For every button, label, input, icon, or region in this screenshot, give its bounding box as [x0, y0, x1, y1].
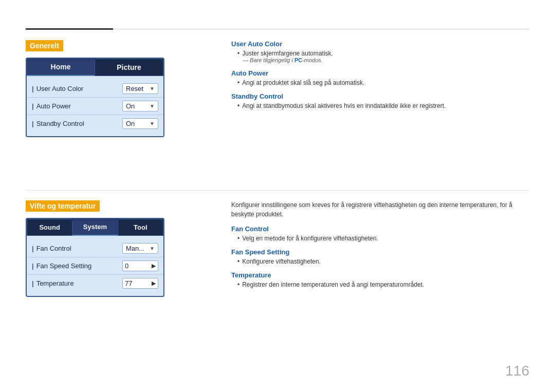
- auto-power-label: Auto Power: [32, 102, 122, 110]
- tab-tool[interactable]: Tool: [118, 219, 163, 236]
- desc-heading-fan-control: Fan Control: [231, 225, 529, 233]
- standby-control-control[interactable]: On ▼: [122, 118, 158, 129]
- generelt-tabs: Home Picture: [27, 59, 163, 76]
- desc-heading-user-auto-color: User Auto Color: [231, 40, 529, 48]
- dropdown-arrow-icon: ▼: [150, 246, 155, 251]
- table-row: Fan Speed Setting 0 ▶: [27, 257, 163, 275]
- desc-text-temperature: Registrer den interne temperaturen ved å…: [237, 281, 529, 288]
- desc-text-auto-power: Angi at produktet skal slå seg på automa…: [237, 79, 529, 86]
- generelt-panel: Home Picture User Auto Color Reset ▼ Aut…: [26, 58, 164, 137]
- tab-home[interactable]: Home: [27, 59, 95, 76]
- desc-vifte-intro: Konfigurer innstillingene som kreves for…: [231, 200, 529, 219]
- dropdown-arrow-icon: ▼: [150, 86, 155, 91]
- section-title-vifte: Vifte og temperatur: [26, 200, 100, 212]
- desc-text-fan-control: Velg en metode for å konfigurere vifteha…: [237, 235, 529, 242]
- fan-speed-setting-label: Fan Speed Setting: [32, 262, 122, 270]
- auto-power-control[interactable]: On ▼: [122, 101, 158, 111]
- user-auto-color-label: User Auto Color: [32, 85, 122, 92]
- nav-arrow-right-icon[interactable]: ▶: [152, 263, 156, 269]
- page-number: 116: [505, 363, 529, 379]
- table-row: User Auto Color Reset ▼: [27, 80, 163, 98]
- desc-heading-auto-power: Auto Power: [231, 69, 529, 77]
- nav-arrow-right-icon[interactable]: ▶: [152, 280, 156, 287]
- desc-heading-standby-control: Standby Control: [231, 92, 529, 100]
- tab-system[interactable]: System: [72, 219, 117, 236]
- tab-picture[interactable]: Picture: [95, 59, 163, 76]
- table-row: Auto Power On ▼: [27, 98, 163, 115]
- user-auto-color-control[interactable]: Reset ▼: [122, 83, 158, 94]
- desc-generelt: User Auto Color Juster skjermfargene aut…: [231, 40, 529, 109]
- top-decorative-lines: [26, 28, 529, 30]
- desc-heading-temperature: Temperature: [231, 271, 529, 279]
- section-title-generelt: Generelt: [26, 40, 63, 51]
- table-row: Temperature 77 ▶: [27, 275, 163, 292]
- vifte-panel-body: Fan Control Man... ▼ Fan Speed Setting 0…: [27, 236, 163, 296]
- section-generelt: Generelt Home Picture User Auto Color Re…: [26, 40, 164, 137]
- dropdown-arrow-icon: ▼: [150, 103, 155, 109]
- table-row: Standby Control On ▼: [27, 115, 163, 132]
- desc-text-standby-control: Angi at standbymodus skal aktiveres hvis…: [237, 102, 529, 109]
- temperature-label: Temperature: [32, 279, 122, 287]
- fan-speed-setting-control[interactable]: 0 ▶: [122, 260, 158, 271]
- fan-control-label: Fan Control: [32, 245, 122, 252]
- section-vifte: Vifte og temperatur Sound System Tool Fa…: [26, 200, 164, 297]
- vifte-panel: Sound System Tool Fan Control Man... ▼ F…: [26, 218, 164, 297]
- dropdown-arrow-icon: ▼: [150, 121, 155, 126]
- section-divider: [26, 190, 529, 191]
- desc-text-fan-speed-setting: Konfigurere viftehastigheten.: [237, 258, 529, 265]
- vifte-tabs: Sound System Tool: [27, 219, 163, 236]
- pc-highlight: PC: [294, 57, 302, 63]
- temperature-control[interactable]: 77 ▶: [122, 278, 158, 289]
- generelt-panel-body: User Auto Color Reset ▼ Auto Power On ▼ …: [27, 76, 163, 136]
- desc-vifte: Konfigurer innstillingene som kreves for…: [231, 200, 529, 288]
- desc-heading-fan-speed-setting: Fan Speed Setting: [231, 248, 529, 256]
- desc-text-user-auto-color: Juster skjermfargene automatisk.: [237, 50, 529, 57]
- table-row: Fan Control Man... ▼: [27, 240, 163, 257]
- standby-control-label: Standby Control: [32, 120, 122, 127]
- tab-sound[interactable]: Sound: [27, 219, 72, 236]
- fan-control-control[interactable]: Man... ▼: [122, 243, 158, 254]
- top-line-dark: [26, 28, 113, 30]
- top-line-light: [113, 29, 529, 29]
- desc-sub-user-auto-color: — Bare tilgjengelig i PC-modus.: [243, 57, 529, 63]
